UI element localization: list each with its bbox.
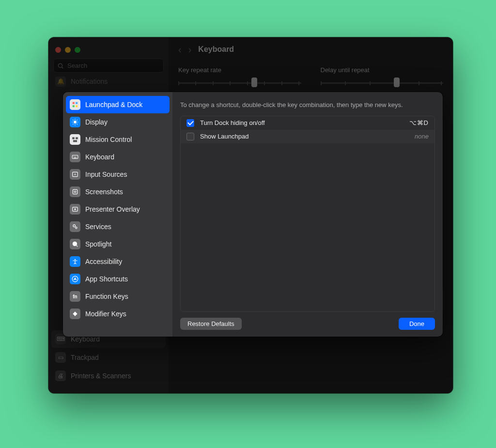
nav-back-button[interactable]: ‹ [178, 44, 182, 55]
shortcut-combo[interactable]: ⌥⌘D [409, 119, 429, 126]
svg-rect-20 [72, 155, 78, 159]
svg-point-31 [73, 225, 76, 227]
category-item[interactable]: Keyboard [66, 148, 170, 166]
category-label: Services [85, 223, 111, 231]
category-label: Display [85, 118, 108, 126]
svg-line-16 [77, 120, 78, 120]
category-item[interactable]: Display [66, 113, 170, 131]
keyboard-icon [70, 152, 80, 162]
key-repeat-slider[interactable] [178, 77, 301, 88]
system-settings-window: 🔔 Notifications ⌨ Keyboard ▭ Trackpad 🖨 … [48, 37, 453, 393]
category-item[interactable]: Spotlight [66, 235, 170, 253]
svg-point-28 [74, 191, 76, 193]
sidebar-item-printers[interactable]: 🖨 Printers & Scanners [51, 367, 166, 385]
category-label: Mission Control [85, 136, 132, 143]
modal-body: To change a shortcut, double-click the k… [172, 92, 443, 337]
sidebar-item-trackpad[interactable]: ▭ Trackpad [51, 349, 166, 366]
category-label: Function Keys [85, 293, 128, 300]
shortcut-list: Turn Dock hiding on/off⌥⌘DShow Launchpad… [180, 116, 435, 312]
category-item[interactable]: Accessibility [66, 253, 170, 270]
slider-row: Key repeat rate Delay until repeat [178, 66, 443, 88]
svg-line-1 [62, 67, 63, 68]
svg-line-13 [73, 120, 73, 120]
svg-point-35 [75, 259, 76, 260]
svg-rect-18 [76, 137, 78, 139]
category-label: Presenter Overlay [85, 205, 140, 213]
shortcut-row[interactable]: Show Launchpadnone [181, 130, 434, 143]
category-label: Launchpad & Dock [85, 101, 142, 108]
svg-line-34 [77, 246, 78, 247]
delay-repeat-slider[interactable] [321, 77, 444, 88]
svg-point-0 [58, 63, 62, 67]
close-window-button[interactable] [55, 47, 61, 53]
shortcut-row[interactable]: Turn Dock hiding on/off⌥⌘D [181, 116, 434, 130]
nav-forward-button[interactable]: › [188, 44, 192, 55]
svg-point-30 [74, 208, 76, 210]
svg-rect-7 [76, 105, 78, 107]
sidebar-item-notifications[interactable]: 🔔 Notifications [51, 77, 166, 90]
launchpad-icon [70, 99, 80, 110]
category-list: Launchpad & DockDisplayMission ControlKe… [63, 92, 172, 337]
display-icon [70, 117, 80, 127]
svg-point-32 [76, 227, 78, 229]
instructions: To change a shortcut, double-click the k… [180, 101, 435, 110]
shortcut-checkbox[interactable] [186, 133, 194, 140]
page-title: Keyboard [198, 45, 234, 54]
svg-point-23 [76, 156, 76, 157]
access-icon [70, 256, 80, 267]
category-item[interactable]: Modifier Keys [66, 305, 170, 323]
svg-rect-6 [73, 105, 75, 107]
appstore-icon [70, 274, 80, 284]
traffic-lights [48, 42, 169, 59]
bell-icon: 🔔 [55, 77, 66, 87]
category-label: Modifier Keys [85, 310, 126, 318]
category-item[interactable]: Presenter Overlay [66, 201, 170, 218]
sidebar-item-label: Trackpad [71, 354, 99, 361]
svg-rect-4 [73, 102, 75, 104]
done-button[interactable]: Done [399, 318, 435, 330]
category-item[interactable]: Screenshots [66, 183, 170, 201]
printer-icon: 🖨 [55, 371, 66, 381]
keyboard-shortcuts-modal: Launchpad & DockDisplayMission ControlKe… [63, 92, 443, 337]
category-item[interactable]: fnFunction Keys [66, 288, 170, 305]
delay-repeat-block: Delay until repeat [321, 66, 444, 88]
maximize-window-button[interactable] [75, 47, 80, 53]
category-item[interactable]: Launchpad & Dock [66, 96, 170, 113]
slider-label: Key repeat rate [178, 66, 301, 74]
key-repeat-block: Key repeat rate [178, 66, 301, 88]
modifier-icon [70, 309, 80, 319]
restore-defaults-button[interactable]: Restore Defaults [180, 318, 242, 330]
search-input[interactable] [53, 59, 164, 73]
minimize-window-button[interactable] [65, 47, 71, 53]
category-label: Keyboard [85, 153, 114, 161]
category-label: Accessibility [85, 258, 122, 265]
shortcut-label: Turn Dock hiding on/off [200, 119, 403, 126]
trackpad-icon: ▭ [55, 352, 66, 363]
category-item[interactable]: Services [66, 218, 170, 235]
spotlight-icon [70, 239, 80, 249]
search-wrap [53, 59, 164, 73]
svg-point-22 [75, 156, 75, 157]
screenshot-icon [70, 186, 80, 197]
category-item[interactable]: AInput Sources [66, 166, 170, 183]
svg-point-8 [74, 121, 77, 124]
svg-point-21 [74, 156, 74, 157]
sidebar-item-label: Notifications [71, 77, 108, 85]
shortcut-combo[interactable]: none [415, 133, 429, 140]
shortcut-label: Show Launchpad [200, 133, 409, 140]
svg-line-15 [73, 124, 73, 124]
category-label: Spotlight [85, 240, 111, 248]
category-label: Input Sources [85, 170, 127, 178]
svg-text:A: A [74, 173, 76, 176]
shortcut-checkbox[interactable] [186, 119, 194, 127]
category-item[interactable]: Mission Control [66, 131, 170, 148]
category-item[interactable]: App Shortcuts [66, 270, 170, 288]
slider-label: Delay until repeat [321, 66, 444, 74]
sidebar-item-label: Printers & Scanners [71, 372, 131, 380]
category-label: App Shortcuts [85, 275, 128, 283]
input-icon: A [70, 169, 80, 180]
svg-rect-17 [72, 137, 75, 139]
svg-rect-24 [74, 157, 77, 158]
category-label: Screenshots [85, 188, 123, 196]
mission-icon [70, 134, 80, 145]
